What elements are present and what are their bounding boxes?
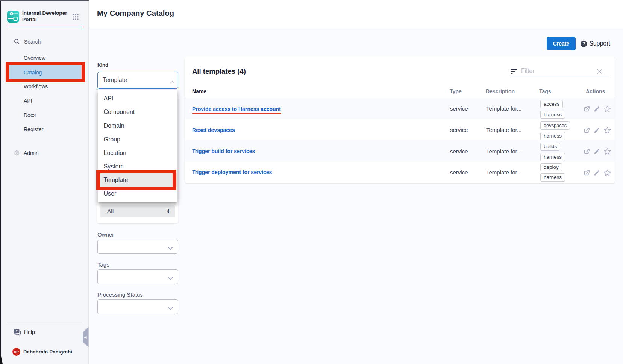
svg-text:?: ? xyxy=(15,329,18,333)
